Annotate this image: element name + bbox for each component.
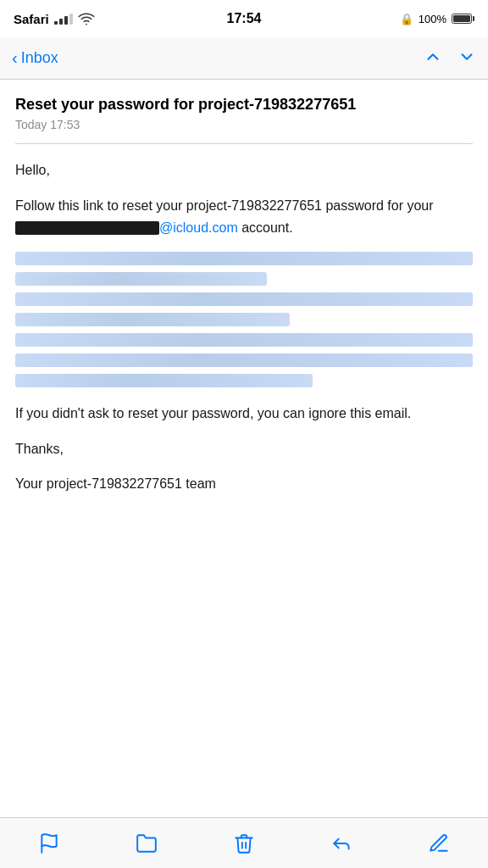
signal-bar-3 bbox=[64, 16, 68, 25]
email-content: Reset your password for project-71983227… bbox=[0, 80, 488, 495]
signal-bar-2 bbox=[59, 19, 63, 25]
email-divider bbox=[15, 143, 473, 144]
carrier-label: Safari bbox=[14, 12, 49, 26]
status-carrier: Safari bbox=[14, 10, 95, 27]
blur-line-2 bbox=[15, 272, 267, 286]
blur-line-1 bbox=[15, 252, 473, 265]
back-chevron-icon: ‹ bbox=[12, 49, 18, 66]
email-signature: Your project-719832277651 team bbox=[15, 473, 473, 495]
email-link[interactable]: @icloud.com bbox=[159, 220, 238, 235]
folder-icon bbox=[136, 832, 158, 854]
chevron-up-icon bbox=[424, 47, 442, 66]
next-email-button[interactable] bbox=[458, 47, 476, 70]
lock-icon: 🔒 bbox=[400, 13, 413, 25]
svg-point-0 bbox=[86, 24, 87, 25]
chevron-down-icon bbox=[458, 47, 476, 66]
blur-line-4 bbox=[15, 313, 290, 326]
flag-icon bbox=[38, 832, 60, 854]
blur-line-7 bbox=[15, 374, 313, 387]
body-text-1: Follow this link to reset your project-7… bbox=[15, 198, 434, 213]
reply-icon bbox=[330, 832, 352, 854]
flag-button[interactable] bbox=[29, 823, 69, 864]
compose-icon bbox=[428, 832, 450, 854]
email-ignore-text: If you didn't ask to reset your password… bbox=[15, 403, 473, 425]
email-subject: Reset your password for project-71983227… bbox=[15, 95, 473, 114]
signal-bars bbox=[54, 14, 73, 25]
bottom-spacer bbox=[0, 509, 488, 576]
back-button[interactable]: ‹ Inbox bbox=[12, 49, 58, 67]
email-date: Today 17:53 bbox=[15, 118, 473, 131]
signal-bar-4 bbox=[69, 14, 73, 25]
folder-button[interactable] bbox=[126, 823, 167, 864]
wifi-icon bbox=[78, 10, 95, 27]
trash-button[interactable] bbox=[224, 823, 264, 864]
compose-button[interactable] bbox=[419, 823, 459, 864]
bottom-toolbar bbox=[0, 817, 488, 868]
blur-line-3 bbox=[15, 292, 473, 306]
battery-icon bbox=[452, 14, 474, 24]
status-bar: Safari 17:54 🔒 100% bbox=[0, 0, 488, 37]
status-right: 🔒 100% bbox=[400, 13, 474, 25]
email-thanks: Thanks, bbox=[15, 438, 473, 460]
email-body: Hello, Follow this link to reset your pr… bbox=[15, 159, 473, 495]
blurred-links-section bbox=[15, 252, 473, 387]
trash-icon bbox=[233, 832, 255, 854]
battery-percent: 100% bbox=[419, 13, 446, 25]
previous-email-button[interactable] bbox=[424, 47, 442, 70]
status-time: 17:54 bbox=[227, 11, 262, 26]
blur-line-5 bbox=[15, 333, 473, 347]
nav-arrows bbox=[424, 47, 476, 70]
reply-button[interactable] bbox=[321, 823, 362, 864]
email-body-paragraph: Follow this link to reset your project-7… bbox=[15, 195, 473, 238]
back-label: Inbox bbox=[21, 49, 58, 67]
account-suffix: account. bbox=[238, 220, 293, 235]
signal-bar-1 bbox=[54, 21, 58, 25]
redacted-email bbox=[15, 221, 159, 235]
blur-line-6 bbox=[15, 353, 473, 367]
email-greeting: Hello, bbox=[15, 159, 473, 181]
nav-bar: ‹ Inbox bbox=[0, 37, 488, 80]
